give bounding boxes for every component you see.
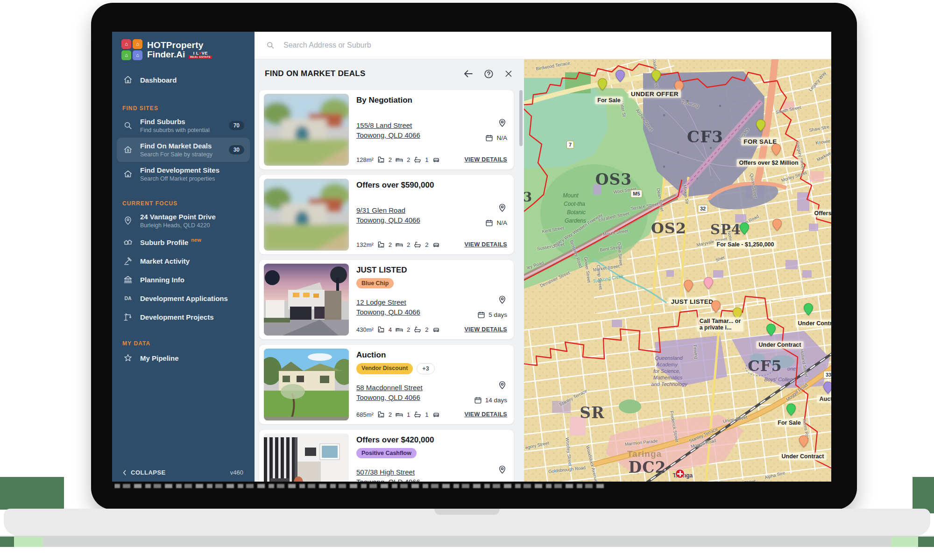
sidebar-item-dashboard[interactable]: Dashboard: [117, 70, 250, 89]
listing-address-line1[interactable]: 58 Macdonnell Street: [356, 384, 423, 392]
brand-name-line2: Finder.Ai: [147, 50, 185, 59]
search-input[interactable]: [283, 41, 565, 50]
map-pin-lime[interactable]: [651, 70, 661, 82]
house-icon: [122, 169, 134, 179]
sidebar-item-label: Find On Market Deals: [140, 142, 222, 150]
sidebar-item-my-pipeline[interactable]: My Pipeline: [117, 349, 250, 367]
sidebar-item-planning-info[interactable]: Planning Info: [117, 270, 250, 289]
map-pin-orange[interactable]: [799, 435, 809, 448]
search-icon: [123, 120, 133, 131]
sidebar-item-development-projects[interactable]: Development Projects: [117, 308, 250, 326]
listing-address-line1[interactable]: 155/8 Land Street: [356, 121, 420, 129]
listing-photo[interactable]: [264, 349, 349, 420]
beds-count: 2: [389, 241, 392, 248]
locate-on-map-button[interactable]: [497, 118, 507, 130]
houses-icon: [123, 237, 133, 247]
map-pin-orange[interactable]: [771, 143, 781, 156]
help-button[interactable]: [483, 69, 494, 79]
map-pin-green[interactable]: [804, 303, 814, 315]
strategy-tag: +3: [417, 363, 434, 374]
zone-code-label: OS3: [595, 170, 632, 189]
map-listing-label[interactable]: For Sale - $1,250,000: [715, 241, 777, 248]
map-pin-orange[interactable]: [684, 280, 693, 292]
locate-on-map-button[interactable]: [497, 380, 507, 392]
beds-count: 4: [389, 326, 392, 333]
sidebar-item-sublabel: Search Off Market properties: [140, 175, 244, 182]
map-listing-label[interactable]: Offers over $2 Million: [736, 159, 800, 167]
map-pin-purple[interactable]: [823, 381, 832, 394]
sidebar-item-market-activity[interactable]: Market Activity: [117, 252, 250, 270]
map[interactable]: Birdwood TerraceCouldrey StreetToowongWa…: [524, 59, 831, 482]
map-pin-orange[interactable]: [772, 218, 782, 231]
app-logo[interactable]: ⌂ ⌂ ⌂ ⌂ HOTProperty Finder.Ai I L♥VE REA…: [112, 32, 255, 60]
place-label: Coot-tha: [564, 201, 585, 207]
map-pin-green[interactable]: [786, 403, 796, 416]
listing-photo[interactable]: [264, 94, 349, 166]
houses-icon: [122, 237, 134, 247]
map-pin-lime[interactable]: [756, 119, 766, 132]
sidebar-item-suburb-profile[interactable]: Suburb Profilenew: [117, 233, 250, 252]
star-icon: [123, 353, 133, 363]
listing-photo[interactable]: [264, 434, 349, 482]
route-shield: 32: [698, 205, 708, 213]
map-listing-label[interactable]: Under Contrac: [796, 320, 831, 327]
baths-count: 1: [407, 411, 410, 418]
sidebar-item-24-vantage-point-drive[interactable]: 24 Vantage Point Drive Burleigh Heads, Q…: [117, 209, 250, 233]
map-listing-label[interactable]: Under Contract: [779, 453, 827, 460]
calendar-icon: [485, 218, 494, 227]
sidebar-item-find-development-sites[interactable]: Find Development Sites Search Off Market…: [117, 162, 250, 186]
sidebar-item-development-applications[interactable]: DA Development Applications: [117, 289, 250, 308]
cars-count: 1: [425, 411, 428, 418]
listing-address-line1[interactable]: 9/31 Glen Road: [356, 206, 420, 214]
star-icon: [122, 353, 134, 363]
pin-icon: [123, 216, 133, 226]
calendar-icon: [485, 133, 494, 142]
locate-on-map-button[interactable]: [497, 295, 507, 307]
route-shield: 7: [566, 141, 574, 149]
sidebar-item-find-suburbs[interactable]: Find Suburbs Find suburbs with potential…: [117, 113, 250, 138]
collapse-label: COLLAPSE: [131, 469, 166, 476]
listing-photo[interactable]: [264, 264, 349, 336]
view-details-link[interactable]: VIEW DETAILS: [464, 411, 507, 418]
logo-square-green: ⌂: [121, 50, 131, 60]
calendar-icon: [474, 480, 482, 482]
listing-address-line2[interactable]: Toowong, QLD 4066: [356, 308, 420, 316]
map-pin-green[interactable]: [740, 222, 750, 235]
strategy-tag: Positive Cashflow: [356, 448, 417, 458]
map-pin-lime[interactable]: [598, 78, 608, 91]
collapse-button[interactable]: COLLAPSE: [121, 469, 166, 476]
listing-address-line1[interactable]: 507/38 High Street: [356, 468, 420, 476]
back-button[interactable]: [463, 68, 474, 79]
map-listing-label[interactable]: Call Tamar... ora private i...: [697, 317, 743, 331]
cutoff-ticker-strip: [114, 483, 605, 489]
listing-photo[interactable]: [264, 179, 349, 251]
view-details-link[interactable]: VIEW DETAILS: [464, 241, 507, 248]
map-pin-orange[interactable]: [711, 300, 721, 313]
map-pin-pink[interactable]: [704, 277, 714, 289]
listing-address-line1[interactable]: 12 Lodge Street: [356, 298, 420, 306]
listing-address-line2[interactable]: Toowong, QLD 4066: [356, 131, 420, 139]
map-pin-green[interactable]: [766, 323, 776, 336]
locate-on-map-button[interactable]: [497, 203, 507, 215]
map-listing-label[interactable]: Under Contract: [757, 341, 804, 349]
map-listing-label[interactable]: For Sale: [595, 97, 623, 104]
view-details-link[interactable]: VIEW DETAILS: [464, 326, 507, 333]
listing-address-line2[interactable]: Toowong, QLD 4066: [356, 393, 423, 401]
map-listing-label[interactable]: Offers Ov: [812, 210, 831, 217]
svg-text:DA: DA: [124, 295, 132, 301]
gavel-icon: [122, 256, 134, 266]
listing-address-line2[interactable]: Toowong, QLD 4066: [356, 478, 420, 482]
locate-on-map-button[interactable]: [497, 465, 507, 476]
listing-address-line2[interactable]: Toowong, QLD 4066: [356, 216, 420, 224]
panel-scrollbar[interactable]: [519, 90, 523, 146]
map-listing-label[interactable]: For Sale: [775, 419, 803, 427]
view-details-link[interactable]: VIEW DETAILS: [464, 156, 507, 163]
map-listing-label[interactable]: UNDER OFFER: [629, 90, 681, 98]
close-button[interactable]: [503, 69, 514, 79]
map-pin-purple[interactable]: [616, 70, 625, 82]
map-listing-label[interactable]: JUST LISTED: [669, 298, 716, 306]
map-listing-label[interactable]: Auctio: [817, 395, 831, 403]
place-label: Gardens: [565, 217, 586, 224]
land-area: 128m²: [356, 156, 374, 163]
sidebar-item-find-on-market-deals[interactable]: $ Find On Market Deals Search For Sale b…: [117, 138, 250, 162]
